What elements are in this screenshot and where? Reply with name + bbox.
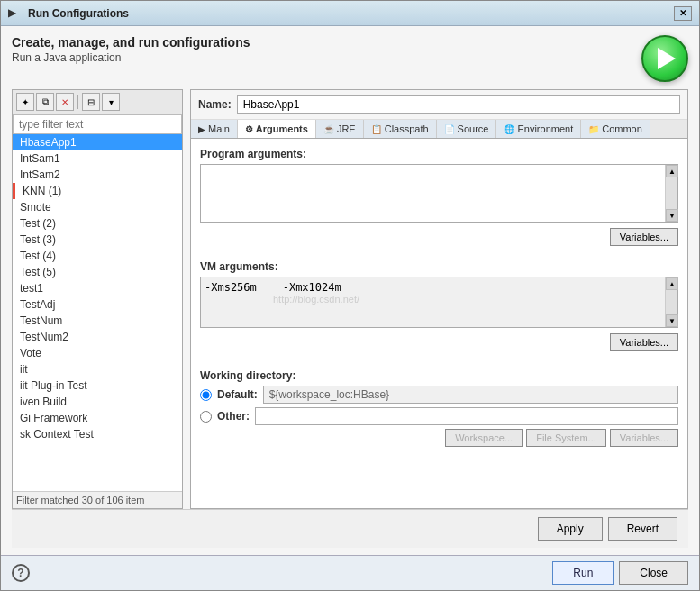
tab-classpath-label: Classpath	[385, 123, 429, 134]
other-radio-row: Other:	[200, 407, 678, 425]
title-bar: ▶ Run Configurations ✕	[1, 1, 699, 26]
name-label: Name:	[198, 98, 232, 111]
name-input[interactable]	[237, 95, 680, 114]
classpath-tab-icon: 📋	[371, 124, 382, 134]
delete-config-button[interactable]: ✕	[56, 93, 74, 111]
working-dir-label: Working directory:	[200, 369, 678, 382]
list-item[interactable]: Test (4)	[13, 248, 182, 264]
working-dir-section: Working directory: Default: Other:	[200, 369, 678, 447]
list-item[interactable]: Test (5)	[13, 264, 182, 280]
list-item[interactable]: sk Context Test	[13, 426, 182, 442]
list-item[interactable]: HbaseApp1	[13, 134, 182, 150]
workspace-button[interactable]: Workspace...	[445, 429, 523, 447]
tab-environment[interactable]: 🌐 Environment	[496, 120, 581, 138]
filter-input[interactable]	[13, 114, 182, 134]
expand-button[interactable]: ▾	[102, 93, 120, 111]
header-text: Create, manage, and run configurations R…	[12, 35, 250, 64]
common-tab-icon: 📁	[588, 124, 599, 134]
list-item[interactable]: TestNum2	[13, 329, 182, 345]
scrollbar-track-vm	[666, 290, 677, 314]
run-configurations-window: ▶ Run Configurations ✕ Create, manage, a…	[0, 0, 700, 591]
scroll-up-vm[interactable]: ▲	[666, 277, 678, 290]
tab-classpath[interactable]: 📋 Classpath	[364, 120, 437, 138]
program-args-scrollbar: ▲ ▼	[665, 165, 677, 222]
left-panel: ✦ ⧉ ✕ ⊟ ▾ HbaseApp1 IntSam1 IntSam2 KNN …	[12, 89, 183, 509]
help-button[interactable]: ?	[12, 564, 30, 582]
toolbar-separator	[77, 95, 78, 109]
vm-args-variables-button[interactable]: Variables...	[610, 333, 678, 351]
run-icon-button[interactable]	[641, 35, 688, 82]
list-item[interactable]: KNN (1)	[13, 183, 182, 199]
default-dir-input[interactable]	[263, 386, 678, 404]
close-button[interactable]: Close	[619, 561, 688, 585]
other-label: Other:	[217, 410, 250, 423]
list-item[interactable]: Gi Framework	[13, 410, 182, 426]
variables-dir-button[interactable]: Variables...	[610, 429, 678, 447]
list-item[interactable]: Vote	[13, 345, 182, 361]
program-args-section: Program arguments: ▲ ▼ Variables...	[200, 148, 678, 260]
apply-button[interactable]: Apply	[538, 517, 603, 541]
program-args-variables-button[interactable]: Variables...	[610, 228, 678, 246]
tab-main[interactable]: ▶ Main	[191, 120, 238, 138]
arguments-tab-icon: ⚙	[245, 124, 253, 134]
dir-buttons: Workspace... File System... Variables...	[200, 429, 678, 447]
program-args-label: Program arguments:	[200, 148, 678, 160]
window-icon: ▶	[8, 6, 23, 21]
tabs-bar: ▶ Main ⚙ Arguments ☕ JRE 📋 Classpath	[191, 120, 687, 139]
header-title: Create, manage, and run configurations	[12, 35, 250, 50]
scroll-up[interactable]: ▲	[666, 165, 678, 177]
list-item[interactable]: IntSam2	[13, 167, 182, 183]
list-item[interactable]: IntSam1	[13, 150, 182, 167]
scroll-down[interactable]: ▼	[666, 209, 678, 222]
program-args-wrapper: ▲ ▼	[200, 164, 678, 223]
main-tab-icon: ▶	[198, 124, 205, 134]
environment-tab-icon: 🌐	[504, 124, 514, 134]
tab-common-label: Common	[602, 123, 642, 134]
file-system-button[interactable]: File System...	[526, 429, 606, 447]
tab-arguments[interactable]: ⚙ Arguments	[238, 120, 316, 139]
other-radio[interactable]	[200, 411, 212, 423]
duplicate-config-button[interactable]: ⧉	[36, 93, 54, 111]
list-item[interactable]: iit Plug-in Test	[13, 377, 182, 394]
list-item[interactable]: iven Build	[13, 394, 182, 410]
list-item[interactable]: iit	[13, 361, 182, 377]
run-triangle-icon	[658, 48, 676, 69]
tab-source-label: Source	[458, 123, 489, 134]
tab-jre[interactable]: ☕ JRE	[316, 120, 364, 138]
name-row: Name:	[191, 90, 687, 120]
new-config-button[interactable]: ✦	[16, 93, 34, 111]
filter-status: Filter matched 30 of 106 item	[13, 491, 182, 508]
list-item[interactable]: test1	[13, 280, 182, 296]
jre-tab-icon: ☕	[323, 124, 334, 134]
window-close-button[interactable]: ✕	[674, 6, 692, 21]
vm-args-wrapper: -Xms256m -Xmx1024m http://blog.csdn.net/…	[200, 277, 678, 328]
vm-args-scrollbar: ▲ ▼	[665, 277, 677, 327]
header-section: Create, manage, and run configurations R…	[12, 35, 688, 82]
tab-source[interactable]: 📄 Source	[437, 120, 497, 138]
default-radio-row: Default:	[200, 386, 678, 404]
footer-bar: ? Run Close	[1, 555, 699, 590]
scroll-down-vm[interactable]: ▼	[666, 314, 678, 327]
collapse-button[interactable]: ⊟	[82, 93, 100, 111]
tab-environment-label: Environment	[517, 123, 573, 134]
vm-args-input[interactable]: -Xms256m -Xmx1024m	[201, 277, 677, 327]
tab-jre-label: JRE	[337, 123, 356, 134]
program-args-input[interactable]	[201, 165, 677, 219]
default-radio[interactable]	[200, 389, 212, 401]
right-panel: Name: ▶ Main ⚙ Arguments ☕ JRE	[190, 89, 688, 509]
list-item[interactable]: Test (3)	[13, 232, 182, 248]
tab-main-label: Main	[208, 123, 230, 134]
tab-common[interactable]: 📁 Common	[581, 120, 650, 138]
run-button[interactable]: Run	[552, 561, 614, 585]
other-dir-input[interactable]	[255, 407, 678, 425]
list-item[interactable]: TestNum	[13, 313, 182, 329]
list-item[interactable]: Smote	[13, 199, 182, 215]
arguments-tab-content: Program arguments: ▲ ▼ Variables...	[191, 139, 687, 508]
list-item[interactable]: TestAdj	[13, 296, 182, 313]
revert-button[interactable]: Revert	[608, 517, 677, 541]
scrollbar-track	[666, 177, 677, 209]
list-item[interactable]: Test (2)	[13, 215, 182, 232]
source-tab-icon: 📄	[444, 124, 455, 134]
vm-args-label: VM arguments:	[200, 260, 678, 273]
left-toolbar: ✦ ⧉ ✕ ⊟ ▾	[13, 90, 182, 114]
